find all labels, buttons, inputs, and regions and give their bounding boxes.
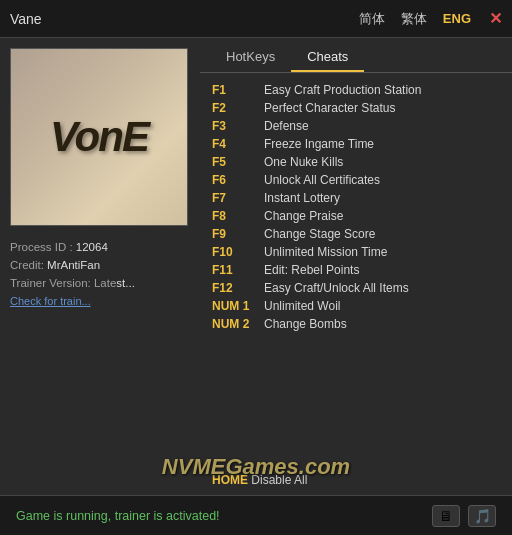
- credit-line: Credit: MrAntiFan: [10, 259, 190, 271]
- credit-value: MrAntiFan: [47, 259, 100, 271]
- disable-all-section: HOME Disable All: [200, 465, 512, 495]
- lang-traditional-btn[interactable]: 繁体: [397, 8, 431, 30]
- disable-all-key: HOME: [212, 473, 251, 487]
- version-suffix: st...: [116, 277, 135, 289]
- close-button[interactable]: ✕: [489, 9, 502, 28]
- cheat-description: Unlimited Woil: [264, 299, 340, 313]
- monitor-icon[interactable]: 🖥: [432, 505, 460, 527]
- cheat-key: F10: [212, 245, 264, 259]
- check-for-trainer-link[interactable]: Check for train...: [10, 295, 91, 307]
- language-switcher: 简体 繁体 ENG ✕: [355, 8, 502, 30]
- cheat-item: F2Perfect Character Status: [212, 99, 500, 117]
- tab-bar: HotKeys Cheats: [200, 43, 512, 73]
- cheat-item: F8Change Praise: [212, 207, 500, 225]
- disable-all-label: Disable All: [251, 473, 307, 487]
- lang-simplified-btn[interactable]: 简体: [355, 8, 389, 30]
- cheat-key: F4: [212, 137, 264, 151]
- cheat-key: F9: [212, 227, 264, 241]
- version-label: Trainer Version: Late: [10, 277, 116, 289]
- cheat-item: F5One Nuke Kills: [212, 153, 500, 171]
- cheat-item: NUM 1Unlimited Woil: [212, 297, 500, 315]
- lang-english-btn[interactable]: ENG: [439, 9, 475, 28]
- cheat-item: F10Unlimited Mission Time: [212, 243, 500, 261]
- cheat-item: F3Defense: [212, 117, 500, 135]
- cheat-description: Edit: Rebel Points: [264, 263, 359, 277]
- cheat-key: F3: [212, 119, 264, 133]
- cheat-description: Change Praise: [264, 209, 343, 223]
- cheat-description: Defense: [264, 119, 309, 133]
- cheat-item: NUM 2Change Bombs: [212, 315, 500, 333]
- cheat-key: F7: [212, 191, 264, 205]
- status-icons: 🖥 🎵: [432, 505, 496, 527]
- cheats-list: F1Easy Craft Production StationF2Perfect…: [200, 73, 512, 465]
- cheat-key: F5: [212, 155, 264, 169]
- process-id-value: 12064: [76, 241, 108, 253]
- tab-cheats[interactable]: Cheats: [291, 43, 364, 72]
- cheat-key: F2: [212, 101, 264, 115]
- window-title: Vane: [10, 11, 355, 27]
- tab-hotkeys[interactable]: HotKeys: [210, 43, 291, 72]
- credit-label: Credit:: [10, 259, 47, 271]
- game-thumbnail: VonE: [10, 48, 188, 226]
- cheat-description: One Nuke Kills: [264, 155, 343, 169]
- info-section: Process ID : 12064 Credit: MrAntiFan Tra…: [10, 236, 190, 313]
- cheat-key: NUM 2: [212, 317, 264, 331]
- cheat-description: Unlimited Mission Time: [264, 245, 387, 259]
- check-link-line[interactable]: Check for train...: [10, 295, 190, 307]
- game-logo: VonE: [50, 113, 148, 161]
- main-content: VonE Process ID : 12064 Credit: MrAntiFa…: [0, 38, 512, 495]
- cheat-key: F1: [212, 83, 264, 97]
- cheat-key: F12: [212, 281, 264, 295]
- cheat-description: Unlock All Certificates: [264, 173, 380, 187]
- cheat-description: Change Stage Score: [264, 227, 375, 241]
- status-bar: Game is running, trainer is activated! 🖥…: [0, 495, 512, 535]
- status-message: Game is running, trainer is activated!: [16, 509, 220, 523]
- title-bar: Vane 简体 繁体 ENG ✕: [0, 0, 512, 38]
- process-id-line: Process ID : 12064: [10, 241, 190, 253]
- left-panel: VonE Process ID : 12064 Credit: MrAntiFa…: [0, 38, 200, 495]
- cheat-item: F7Instant Lottery: [212, 189, 500, 207]
- cheat-item: F6Unlock All Certificates: [212, 171, 500, 189]
- version-line: Trainer Version: Latest...: [10, 277, 190, 289]
- cheat-key: F6: [212, 173, 264, 187]
- cheat-key: F11: [212, 263, 264, 277]
- cheat-item: F12Easy Craft/Unlock All Items: [212, 279, 500, 297]
- music-icon[interactable]: 🎵: [468, 505, 496, 527]
- cheat-description: Easy Craft/Unlock All Items: [264, 281, 409, 295]
- cheat-description: Easy Craft Production Station: [264, 83, 421, 97]
- process-id-label: Process ID :: [10, 241, 76, 253]
- cheat-item: F9Change Stage Score: [212, 225, 500, 243]
- right-panel: HotKeys Cheats F1Easy Craft Production S…: [200, 38, 512, 495]
- cheat-key: F8: [212, 209, 264, 223]
- cheat-item: F4Freeze Ingame Time: [212, 135, 500, 153]
- cheat-item: F11Edit: Rebel Points: [212, 261, 500, 279]
- cheat-key: NUM 1: [212, 299, 264, 313]
- cheat-description: Change Bombs: [264, 317, 347, 331]
- cheat-description: Perfect Character Status: [264, 101, 395, 115]
- cheat-description: Instant Lottery: [264, 191, 340, 205]
- cheat-description: Freeze Ingame Time: [264, 137, 374, 151]
- cheat-item: F1Easy Craft Production Station: [212, 81, 500, 99]
